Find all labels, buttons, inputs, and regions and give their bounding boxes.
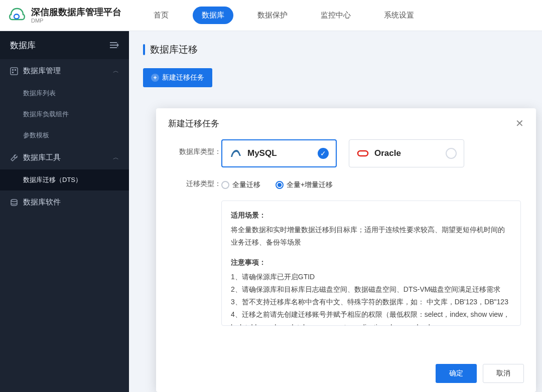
brand: 深信服数据库管理平台 DMP (8, 7, 121, 25)
sidebar-item-db-load[interactable]: 数据库负载组件 (0, 104, 129, 125)
svg-rect-9 (358, 151, 368, 156)
sidebar-item-db-list[interactable]: 数据库列表 (0, 83, 129, 104)
check-icon: ✓ (446, 148, 457, 159)
scene-title: 适用场景： (231, 209, 511, 222)
wrench-icon (10, 154, 18, 162)
nav-monitor[interactable]: 监控中心 (312, 7, 360, 24)
sidebar-item-param-template[interactable]: 参数模板 (0, 125, 129, 146)
brand-title: 深信服数据库管理平台 (31, 7, 121, 18)
nav-settings[interactable]: 系统设置 (375, 7, 423, 24)
db-type-oracle[interactable]: Oracle ✓ (349, 139, 464, 167)
migration-info-box: 适用场景： 将全量数据和实时增量数据迁移到目标库；适用于连续性要求较高、期望更短… (221, 201, 521, 326)
radio-full-migration[interactable]: 全量迁移 (221, 180, 260, 189)
check-icon: ✓ (318, 148, 329, 159)
sidebar-item-dts[interactable]: 数据库迁移（DTS） (0, 169, 129, 190)
nav-home[interactable]: 首页 (145, 7, 178, 24)
radio-label: 全量迁移 (232, 180, 260, 189)
svg-rect-6 (15, 69, 16, 71)
svg-rect-4 (11, 68, 18, 75)
db-name: MySQL (247, 148, 277, 158)
confirm-button[interactable]: 确定 (436, 364, 477, 383)
stack-icon (10, 199, 18, 207)
radio-label: 全量+增量迁移 (287, 180, 333, 189)
radio-icon (276, 181, 284, 189)
sidebar-header: 数据库 (0, 31, 129, 59)
chevron-up-icon: ︿ (113, 153, 119, 162)
note-item: 2、请确保源库和目标库日志磁盘空间、数据磁盘空间、DTS-VM磁盘空间满足迁移需… (231, 283, 511, 296)
plus-icon: + (151, 74, 159, 82)
collapse-icon[interactable] (110, 42, 119, 49)
sidebar-header-title: 数据库 (10, 40, 36, 51)
oracle-icon (356, 147, 369, 160)
topbar: 深信服数据库管理平台 DMP 首页 数据库 数据保护 监控中心 系统设置 (0, 0, 542, 31)
button-label: 新建迁移任务 (162, 73, 204, 82)
svg-rect-7 (12, 72, 14, 73)
sidebar-group-label: 数据库软件 (23, 198, 61, 207)
page-title: 数据库迁移 (143, 43, 528, 56)
nav-data-protect[interactable]: 数据保护 (248, 7, 297, 24)
note-item: 3、暂不支持迁移库名称中含有中文、特殊字符的数据库，如： 中文库，DB'123，… (231, 296, 511, 308)
scene-text: 将全量数据和实时增量数据迁移到目标库；适用于连续性要求较高、期望更短停机时间的业… (231, 224, 511, 249)
note-title: 注意事项： (231, 256, 511, 269)
db-type-label: 数据库类型： (171, 139, 221, 156)
top-nav: 首页 数据库 数据保护 监控中心 系统设置 (145, 7, 423, 24)
sidebar-group-label: 数据库工具 (23, 153, 61, 162)
radio-icon (221, 181, 229, 189)
close-icon[interactable]: ✕ (515, 117, 524, 129)
db-manage-icon (10, 67, 18, 75)
svg-point-8 (11, 199, 17, 201)
modal-title: 新建迁移任务 (168, 118, 219, 129)
cancel-button[interactable]: 取消 (483, 364, 524, 383)
new-migration-task-button[interactable]: + 新建迁移任务 (143, 68, 212, 87)
svg-rect-5 (12, 69, 14, 71)
db-name: Oracle (374, 148, 401, 158)
mysql-icon (229, 147, 242, 160)
sidebar-group-db-manage[interactable]: 数据库管理 ︿ (0, 59, 129, 83)
sidebar-group-label: 数据库管理 (23, 66, 61, 76)
nav-database[interactable]: 数据库 (193, 7, 233, 24)
note-item: 1、请确保源库已开启GTID (231, 271, 511, 283)
brand-logo-icon (8, 7, 26, 25)
sidebar: 数据库 数据库管理 ︿ 数据库列表 数据库负载组件 参数模板 数据库工具 ︿ (0, 31, 129, 392)
brand-sub: DMP (31, 18, 121, 24)
chevron-up-icon: ︿ (113, 67, 119, 75)
sidebar-group-db-software[interactable]: 数据库软件 (0, 190, 129, 214)
new-migration-modal: 新建迁移任务 ✕ 数据库类型： MySQL ✓ Oracle (156, 108, 536, 392)
radio-full-incremental-migration[interactable]: 全量+增量迁移 (276, 180, 333, 189)
sidebar-group-db-tools[interactable]: 数据库工具 ︿ (0, 146, 129, 169)
note-item: 4、迁移之前请先创建迁移账号并赋予相应的权限（最低权限：select，index… (231, 308, 511, 326)
db-type-mysql[interactable]: MySQL ✓ (221, 139, 337, 167)
migration-type-label: 迁移类型： (171, 178, 221, 188)
